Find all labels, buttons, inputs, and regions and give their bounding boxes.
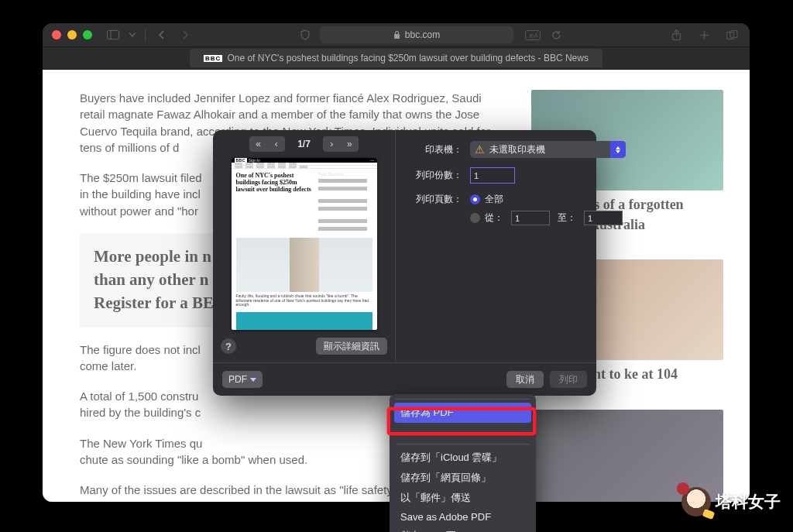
copies-label: 列印份數： xyxy=(408,169,462,182)
show-details-button[interactable]: 顯示詳細資訊 xyxy=(316,338,387,355)
tab-overview-button[interactable] xyxy=(723,28,740,42)
copies-input[interactable] xyxy=(470,167,515,184)
watermark-text: 塔科女子 xyxy=(716,491,781,513)
reload-button[interactable] xyxy=(548,28,565,42)
sidebar-menu-chevron-icon[interactable] xyxy=(128,28,137,42)
toolbar-right-group xyxy=(668,28,740,42)
dropdown-stepper-icon xyxy=(610,141,626,158)
print-preview-thumbnail: BBCSign in⋯ One of NYC's poshest buildin… xyxy=(232,158,377,330)
pages-to-input[interactable] xyxy=(584,211,623,225)
privacy-report-button[interactable] xyxy=(297,28,314,42)
page-navigator: « ‹ 1/7 › » xyxy=(221,136,387,152)
dropdown-caret-icon xyxy=(250,378,256,382)
print-button[interactable]: 列印 xyxy=(550,371,587,388)
print-dialog: « ‹ 1/7 › » BBCSign in⋯ One of NYC's pos… xyxy=(213,130,596,396)
preview-first-prev-buttons[interactable]: « ‹ xyxy=(249,136,285,152)
warning-icon: ⚠︎ xyxy=(475,143,485,156)
print-preview-pane: « ‹ 1/7 › » BBCSign in⋯ One of NYC's pos… xyxy=(213,130,396,362)
printer-label: 印表機： xyxy=(408,143,462,156)
menu-item-save-to-evernote[interactable]: 儲存 PDF 至 Evernote xyxy=(394,526,531,532)
tab-title: One of NYC's poshest buildings facing $2… xyxy=(227,53,589,63)
print-options-pane: 印表機： ⚠︎ 未選取印表機 列印份數： 列印頁數： 全部 xyxy=(396,130,638,362)
print-dialog-footer: PDF 取消 列印 xyxy=(213,362,596,396)
menu-item-disabled xyxy=(394,423,531,441)
radio-unselected-icon xyxy=(470,213,480,223)
pdf-dropdown-menu: 儲存為 PDF 儲存到「iCloud 雲碟」 儲存到「網頁回條」 以「郵件」傳送… xyxy=(390,394,536,532)
next-page-icon: › xyxy=(323,139,341,149)
translate-button[interactable]: あA xyxy=(524,28,541,42)
new-tab-button[interactable] xyxy=(695,28,712,42)
first-page-icon: « xyxy=(249,139,267,149)
tab-favicon: BBC xyxy=(204,55,222,62)
address-bar[interactable]: bbc.com xyxy=(320,26,513,43)
page-indicator: 1/7 xyxy=(297,139,311,149)
browser-tab[interactable]: BBC One of NYC's poshest buildings facin… xyxy=(190,49,602,67)
last-page-icon: » xyxy=(341,139,359,149)
svg-rect-2 xyxy=(394,34,400,39)
pdf-dropdown-button[interactable]: PDF xyxy=(222,371,263,388)
menu-item-save-to-icloud[interactable]: 儲存到「iCloud 雲碟」 xyxy=(394,448,531,468)
pages-all-option[interactable]: 全部 xyxy=(470,193,626,206)
toolbar-separator xyxy=(145,29,146,41)
forward-button[interactable] xyxy=(177,28,194,42)
minimize-window-button[interactable] xyxy=(67,30,77,39)
preview-next-last-buttons[interactable]: › » xyxy=(323,136,359,152)
menu-item-save-as-adobe-pdf[interactable]: Save as Adobe PDF xyxy=(394,508,531,526)
preview-headline: One of NYC's poshest buildings facing $2… xyxy=(236,172,314,232)
back-button[interactable] xyxy=(153,28,170,42)
share-button[interactable] xyxy=(668,28,685,42)
close-window-button[interactable] xyxy=(52,30,61,39)
help-button[interactable]: ? xyxy=(221,338,236,354)
window-controls xyxy=(52,30,92,39)
tab-bar: BBC One of NYC's poshest buildings facin… xyxy=(43,47,750,70)
svg-rect-0 xyxy=(108,31,119,39)
menu-item-save-to-receipts[interactable]: 儲存到「網頁回條」 xyxy=(394,468,531,488)
menu-item-save-as-pdf[interactable]: 儲存為 PDF xyxy=(394,403,531,423)
printer-select[interactable]: ⚠︎ 未選取印表機 xyxy=(470,141,626,158)
zoom-window-button[interactable] xyxy=(83,30,92,39)
prev-page-icon: ‹ xyxy=(267,139,285,149)
mascot-icon xyxy=(681,487,711,517)
pages-label: 列印頁數： xyxy=(408,193,462,206)
lock-icon xyxy=(393,31,400,39)
svg-text:あA: あA xyxy=(529,33,538,39)
menu-item-send-via-mail[interactable]: 以「郵件」傳送 xyxy=(394,488,531,508)
radio-selected-icon xyxy=(470,194,480,204)
sidebar-toggle-button[interactable] xyxy=(105,28,122,42)
cancel-button[interactable]: 取消 xyxy=(506,371,544,388)
url-domain-text: bbc.com xyxy=(405,29,440,40)
pages-range-option[interactable]: 從： 至： xyxy=(470,211,626,225)
watermark: 塔科女子 xyxy=(681,487,781,517)
printer-value: 未選取印表機 xyxy=(489,143,545,156)
browser-toolbar: bbc.com あA xyxy=(43,23,750,47)
pages-from-input[interactable] xyxy=(511,211,550,225)
